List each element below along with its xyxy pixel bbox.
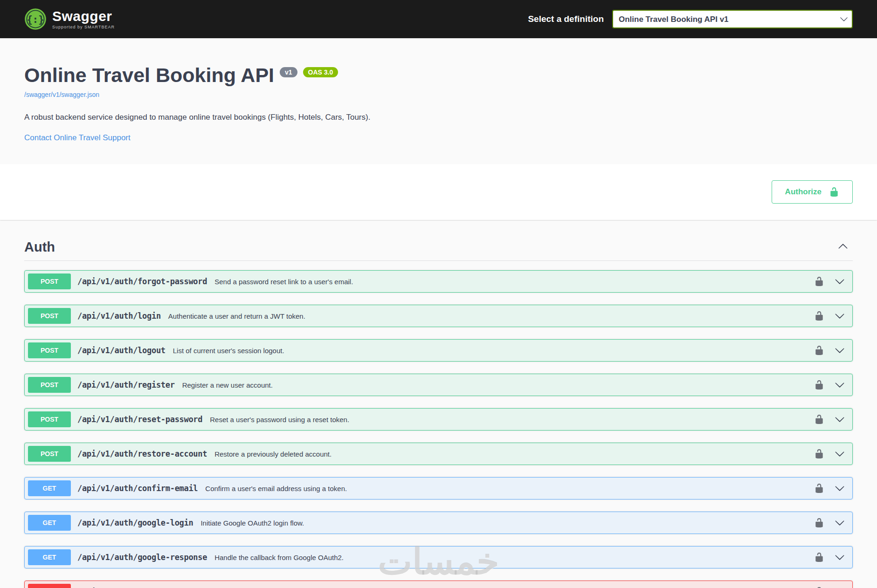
- expand-operation-button[interactable]: [835, 414, 845, 424]
- tag-header-auth[interactable]: Auth: [24, 234, 853, 261]
- operation-path: /api/v1/auth/google-response: [77, 553, 207, 562]
- expand-operation-button[interactable]: [835, 518, 845, 528]
- chevron-down-icon: [835, 552, 845, 562]
- method-badge: POST: [28, 446, 71, 462]
- operations-list: POST /api/v1/auth/forgot-password Send a…: [24, 270, 853, 588]
- operation-summary-bar[interactable]: POST /api/v1/auth/restore-account Restor…: [25, 443, 852, 465]
- operation-summary: Authenticate a user and return a JWT tok…: [168, 312, 305, 320]
- expand-operation-button[interactable]: [835, 276, 845, 287]
- method-badge: GET: [28, 515, 71, 531]
- auth-lock-button[interactable]: [814, 345, 824, 356]
- operation-path: /api/v1/auth/confirm-email: [77, 484, 198, 493]
- definition-select[interactable]: Online Travel Booking API v1: [612, 10, 853, 28]
- auth-lock-button[interactable]: [814, 414, 824, 424]
- expand-operation-button[interactable]: [835, 449, 845, 459]
- operation-summary-bar[interactable]: POST /api/v1/auth/login Authenticate a u…: [25, 305, 852, 327]
- operation-summary-bar[interactable]: POST /api/v1/auth/forgot-password Send a…: [25, 271, 852, 292]
- swagger-logo[interactable]: {:} Swagger Supported by SMARTBEAR: [24, 8, 115, 30]
- auth-lock-button[interactable]: [814, 518, 824, 528]
- chevron-down-icon: [835, 518, 845, 528]
- chevron-down-icon: [835, 414, 845, 424]
- operation-row[interactable]: DELETE /api/v1/auth/delete-account Perma…: [24, 581, 853, 588]
- operation-summary: List of current user's session logout.: [173, 347, 284, 355]
- unlock-icon: [814, 380, 824, 390]
- operation-summary: Confirm a user's email address using a t…: [205, 485, 347, 492]
- operation-row[interactable]: POST /api/v1/auth/forgot-password Send a…: [24, 270, 853, 293]
- operation-summary-bar[interactable]: POST /api/v1/auth/register Register a ne…: [25, 374, 852, 396]
- operation-row[interactable]: POST /api/v1/auth/restore-account Restor…: [24, 443, 853, 465]
- unlock-icon: [814, 276, 824, 287]
- chevron-down-icon: [835, 276, 845, 287]
- operations-section: Auth POST /api/v1/auth/forgot-password S…: [0, 220, 877, 588]
- expand-operation-button[interactable]: [835, 311, 845, 321]
- select-definition-label: Select a definition: [528, 14, 604, 24]
- logo-subtitle: Supported by SMARTBEAR: [52, 25, 115, 29]
- version-badge: v1: [280, 67, 297, 77]
- api-title-text: Online Travel Booking API: [24, 64, 274, 86]
- api-info-section: Online Travel Booking API v1 OAS 3.0 /sw…: [0, 38, 877, 164]
- unlock-icon: [814, 345, 824, 356]
- operation-summary-bar[interactable]: POST /api/v1/auth/logout List of current…: [25, 340, 852, 361]
- operation-summary: Restore a previously deleted account.: [214, 450, 331, 458]
- method-badge: DELETE: [28, 584, 71, 588]
- auth-lock-button[interactable]: [814, 552, 824, 562]
- expand-operation-button[interactable]: [835, 483, 845, 493]
- oas-badge: OAS 3.0: [303, 67, 338, 77]
- operation-row[interactable]: POST /api/v1/auth/login Authenticate a u…: [24, 305, 853, 327]
- operation-row[interactable]: GET /api/v1/auth/google-login Initiate G…: [24, 512, 853, 534]
- method-badge: POST: [28, 411, 71, 427]
- auth-lock-button[interactable]: [814, 449, 824, 459]
- operation-summary-bar[interactable]: GET /api/v1/auth/google-login Initiate G…: [25, 512, 852, 533]
- collapse-section-button[interactable]: [836, 239, 850, 255]
- operation-summary-bar[interactable]: DELETE /api/v1/auth/delete-account Perma…: [25, 581, 852, 588]
- auth-lock-button[interactable]: [814, 276, 824, 287]
- operation-path: /api/v1/auth/forgot-password: [77, 277, 207, 286]
- unlock-icon: [814, 449, 824, 459]
- expand-operation-button[interactable]: [835, 552, 845, 562]
- auth-lock-button[interactable]: [814, 311, 824, 321]
- operation-row[interactable]: GET /api/v1/auth/confirm-email Confirm a…: [24, 477, 853, 499]
- page-title: Online Travel Booking API v1 OAS 3.0: [24, 64, 853, 86]
- operation-row[interactable]: GET /api/v1/auth/google-response Handle …: [24, 546, 853, 568]
- swagger-logo-icon: {:}: [24, 8, 47, 30]
- contact-link[interactable]: Contact Online Travel Support: [24, 133, 131, 143]
- operation-path: /api/v1/auth/restore-account: [77, 449, 207, 458]
- operation-summary: Initiate Google OAuth2 login flow.: [200, 519, 304, 527]
- unlock-icon: [814, 483, 824, 493]
- operation-row[interactable]: POST /api/v1/auth/register Register a ne…: [24, 374, 853, 396]
- topbar: {:} Swagger Supported by SMARTBEAR Selec…: [0, 0, 877, 38]
- method-badge: POST: [28, 308, 71, 324]
- method-badge: POST: [28, 377, 71, 393]
- operation-summary-bar[interactable]: GET /api/v1/auth/google-response Handle …: [25, 547, 852, 568]
- scheme-container: Authorize: [0, 164, 877, 220]
- unlock-icon: [814, 414, 824, 424]
- operation-summary-bar[interactable]: GET /api/v1/auth/confirm-email Confirm a…: [25, 478, 852, 499]
- auth-lock-button[interactable]: [814, 380, 824, 390]
- spec-json-link[interactable]: /swagger/v1/swagger.json: [24, 91, 99, 98]
- method-badge: POST: [28, 273, 71, 289]
- chevron-down-icon: [835, 483, 845, 493]
- auth-lock-button[interactable]: [814, 483, 824, 493]
- operation-row[interactable]: POST /api/v1/auth/logout List of current…: [24, 339, 853, 362]
- operation-row[interactable]: POST /api/v1/auth/reset-password Reset a…: [24, 408, 853, 431]
- method-badge: GET: [28, 549, 71, 565]
- authorize-label: Authorize: [785, 187, 822, 197]
- chevron-up-icon: [838, 241, 848, 252]
- operation-summary: Register a new user account.: [182, 381, 273, 389]
- method-badge: POST: [28, 342, 71, 358]
- chevron-down-icon: [835, 345, 845, 356]
- expand-operation-button[interactable]: [835, 345, 845, 356]
- operation-path: /api/v1/auth/google-login: [77, 518, 193, 527]
- svg-text:{:}: {:}: [27, 14, 44, 25]
- operation-summary: Reset a user's password using a reset to…: [210, 416, 349, 424]
- operation-summary-bar[interactable]: POST /api/v1/auth/reset-password Reset a…: [25, 409, 852, 430]
- chevron-down-icon: [835, 380, 845, 390]
- expand-operation-button[interactable]: [835, 380, 845, 390]
- chevron-down-icon: [835, 311, 845, 321]
- unlock-icon: [814, 518, 824, 528]
- operation-summary: Handle the callback from Google OAuth2.: [214, 554, 344, 561]
- operation-path: /api/v1/auth/reset-password: [77, 415, 202, 424]
- authorize-button[interactable]: Authorize: [772, 180, 853, 204]
- unlock-icon: [829, 187, 839, 197]
- operation-path: /api/v1/auth/logout: [77, 346, 166, 355]
